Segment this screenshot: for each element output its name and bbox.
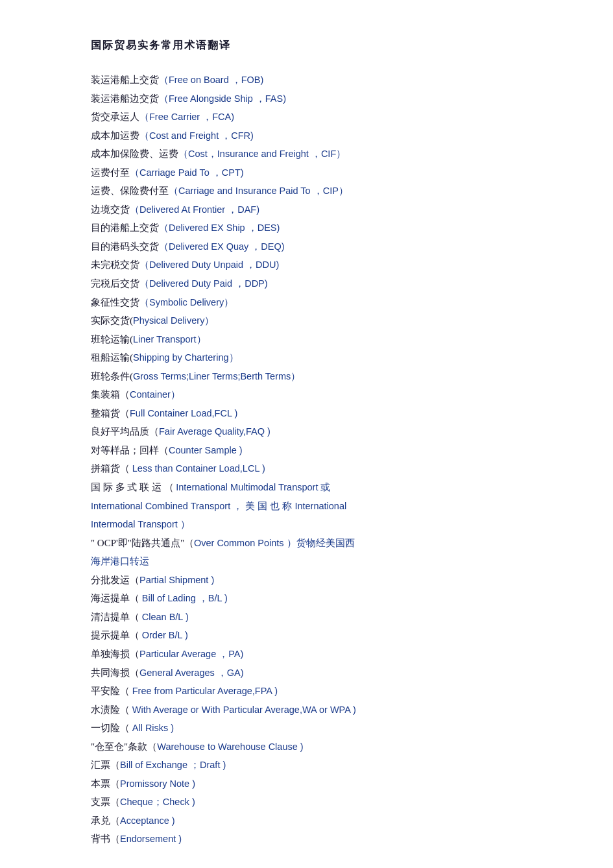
term-line: 目的港船上交货（Delivered EX Ship ，DES) <box>91 219 561 237</box>
term-line: 完税后交货（Delivered Duty Paid ，DDP) <box>91 274 561 293</box>
term-line: 提示提单（ Order B/L ) <box>91 626 561 645</box>
term-line: 国 际 多 式 联 运 （ International Multimodal T… <box>91 478 561 534</box>
term-line: 分批发运（Partial Shipment ) <box>91 571 561 590</box>
term-line: 集装箱（Container） <box>91 385 561 404</box>
term-line: 目的港码头交货（Delivered EX Quay ，DEQ) <box>91 237 561 256</box>
term-line: 装运港船上交货（Free on Board ，FOB) <box>91 71 561 90</box>
term-line: 支票（Cheque；Check ) <box>91 793 561 812</box>
term-line: 本票（Promissory Note ) <box>91 775 561 793</box>
term-line: 平安险（ Free from Particular Average,FPA ) <box>91 682 561 701</box>
term-line: 对等样品；回样（Counter Sample ) <box>91 441 561 460</box>
term-line: 成本加运费（Cost and Freight ，CFR) <box>91 127 561 145</box>
term-line: 成本加保险费、运费（Cost，Insurance and Freight ，CI… <box>91 145 561 163</box>
term-line: 背书（Endorsement ) <box>91 830 561 849</box>
term-line: 整箱货（Full Container Load,FCL ) <box>91 404 561 423</box>
term-line: 水渍险（ With Average or With Particular Ave… <box>91 701 561 719</box>
term-line: 共同海损（General Averages ，GA) <box>91 664 561 682</box>
term-line: 未完税交货（Delivered Duty Unpaid ，DDU) <box>91 256 561 274</box>
term-line: 实际交货(Physical Delivery） <box>91 311 561 330</box>
terms-list: 装运港船上交货（Free on Board ，FOB)装运港船边交货（Free … <box>91 71 561 849</box>
term-line: 班轮运输(Liner Transport） <box>91 330 561 349</box>
term-line: 清洁提单（ Clean B/L ) <box>91 608 561 627</box>
term-line: "仓至仓"条款（Warehouse to Warehouse Clause ) <box>91 738 561 756</box>
term-line: 租船运输(Shipping by Chartering） <box>91 348 561 367</box>
term-line: 海运提单（ Bill of Lading ，B/L ) <box>91 589 561 608</box>
term-line: 汇票（Bill of Exchange ；Draft ) <box>91 756 561 775</box>
term-line: 边境交货（Delivered At Frontier ，DAF) <box>91 200 561 219</box>
term-line: 货交承运人（Free Carrier ，FCA) <box>91 108 561 127</box>
term-line: 班轮条件(Gross Terms;Liner Terms;Berth Terms… <box>91 367 561 386</box>
term-line: 承兑（Acceptance ) <box>91 812 561 830</box>
term-line: 象征性交货（Symbolic Delivery） <box>91 293 561 312</box>
term-line: 单独海损（Particular Average ，PA) <box>91 645 561 664</box>
term-line: 运费、保险费付至（Carriage and Insurance Paid To … <box>91 182 561 200</box>
term-line: 运费付至（Carriage Paid To ，CPT) <box>91 163 561 182</box>
term-line: 一切险（ All Risks ) <box>91 719 561 738</box>
page-container: 国际贸易实务常用术语翻译 装运港船上交货（Free on Board ，FOB)… <box>91 39 561 849</box>
term-line: 装运港船边交货（Free Alongside Ship ，FAS) <box>91 90 561 108</box>
term-line: " OCP'即"陆路共通点"（Over Common Points ）货物经美国… <box>91 534 561 571</box>
page-title: 国际贸易实务常用术语翻译 <box>91 39 561 53</box>
term-line: 拼箱货（ Less than Container Load,LCL ) <box>91 459 561 478</box>
term-line: 良好平均品质（Fair Average Quality,FAQ ) <box>91 422 561 441</box>
